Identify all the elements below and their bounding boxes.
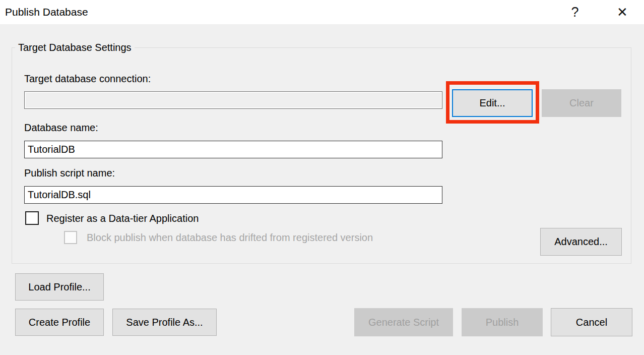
cancel-button[interactable]: Cancel xyxy=(551,308,632,336)
title-bar: Publish Database ? ✕ xyxy=(0,0,644,24)
help-icon[interactable]: ? xyxy=(563,0,587,24)
dialog-title: Publish Database xyxy=(5,0,88,24)
create-profile-button[interactable]: Create Profile xyxy=(15,309,104,336)
generate-script-button[interactable]: Generate Script xyxy=(354,308,453,336)
register-dac-label[interactable]: Register as a Data-tier Application xyxy=(46,212,199,225)
block-publish-label: Block publish when database has drifted … xyxy=(87,231,373,244)
script-name-label: Publish script name: xyxy=(24,167,115,179)
close-icon[interactable]: ✕ xyxy=(609,0,636,24)
block-publish-checkbox xyxy=(64,231,77,244)
clear-button[interactable]: Clear xyxy=(542,89,621,117)
publish-button[interactable]: Publish xyxy=(462,308,543,336)
database-name-label: Database name: xyxy=(24,122,98,134)
register-dac-checkbox[interactable] xyxy=(25,211,39,225)
connection-label: Target database connection: xyxy=(24,73,151,85)
edit-button[interactable]: Edit... xyxy=(452,89,533,117)
save-profile-as-button[interactable]: Save Profile As... xyxy=(112,309,217,336)
group-title: Target Database Settings xyxy=(15,41,135,53)
script-name-input[interactable] xyxy=(24,186,442,204)
connection-input[interactable] xyxy=(24,91,442,109)
database-name-input[interactable] xyxy=(24,141,442,158)
dialog-body: Target Database Settings Target database… xyxy=(0,24,644,355)
advanced-button[interactable]: Advanced... xyxy=(540,228,622,256)
load-profile-button[interactable]: Load Profile... xyxy=(15,273,104,301)
